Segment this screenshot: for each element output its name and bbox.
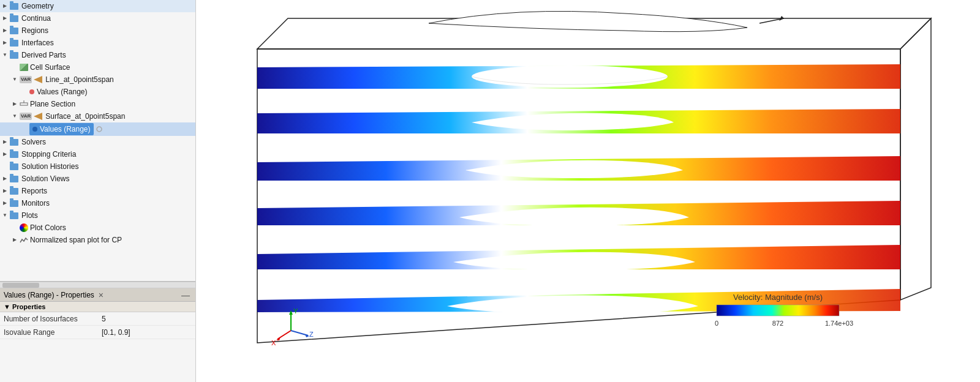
svg-text:Z: Z [309, 331, 314, 338]
tree-item-solution-histories[interactable]: ▶ Solution Histories [0, 160, 195, 173]
cell-surface-icon [20, 64, 28, 71]
properties-value-0: 5 [102, 315, 106, 323]
plane-section-icon [20, 100, 28, 108]
tree-item-normalized-span[interactable]: ▶ Normalized span plot for CP [0, 234, 195, 246]
expand-normalized-span[interactable]: ▶ [11, 236, 18, 244]
tree-item-monitors[interactable]: ▶ Monitors [0, 197, 195, 209]
tree-item-plots[interactable]: ▼ Plots [0, 209, 195, 222]
expand-derived-parts[interactable]: ▼ [1, 51, 9, 59]
plot-colors-icon [20, 223, 28, 232]
expand-geometry[interactable]: ▶ [1, 2, 9, 10]
tree-item-interfaces[interactable]: ▶ Interfaces [0, 37, 195, 49]
properties-label-1: Isovalue Range [4, 328, 102, 337]
label-surface-span: Surface_at_0point5span [45, 111, 125, 122]
properties-panel: Values (Range) - Properties × — ▼ Proper… [0, 288, 195, 381]
slice-1 [257, 64, 900, 89]
expand-stopping-criteria[interactable]: ▶ [1, 151, 9, 158]
label-plot-colors: Plot Colors [30, 222, 66, 233]
label-stopping-criteria: Stopping Criteria [21, 149, 76, 160]
viz-canvas: Y X Z Velocity: Magnitude (m/s) [196, 0, 980, 382]
expand-monitors[interactable]: ▶ [1, 200, 9, 207]
label-geometry: Geometry [21, 1, 54, 12]
expand-surface-span[interactable]: ▼ [11, 113, 18, 120]
properties-section-header: ▼ Properties [0, 302, 195, 312]
label-solution-views: Solution Views [21, 173, 70, 184]
var-badge-line: VAR [20, 76, 32, 83]
tree-item-continua[interactable]: ▶ Continua [0, 12, 195, 24]
properties-header: Values (Range) - Properties × — [0, 288, 195, 302]
expand-regions[interactable]: ▶ [1, 27, 9, 34]
svg-text:872: 872 [772, 320, 783, 327]
tree-item-solvers[interactable]: ▶ Solvers [0, 136, 195, 148]
svg-text:1.74e+03: 1.74e+03 [825, 320, 853, 327]
svg-text:0: 0 [715, 320, 718, 327]
horizontal-scrollbar[interactable] [0, 282, 195, 288]
tree-item-stopping-criteria[interactable]: ▶ Stopping Criteria [0, 148, 195, 160]
label-solution-histories: Solution Histories [21, 161, 78, 172]
tree-item-regions[interactable]: ▶ Regions [0, 24, 195, 37]
right-panel: Y X Z Velocity: Magnitude (m/s) [196, 0, 980, 382]
dot-icon-values-2 [32, 127, 37, 132]
slice-2 [257, 109, 900, 133]
folder-icon-stopping-criteria [10, 150, 20, 159]
dot-icon-values-1 [29, 89, 34, 94]
label-regions: Regions [21, 25, 48, 36]
expand-solvers[interactable]: ▶ [1, 138, 9, 146]
properties-section-label: ▼ Properties [4, 303, 45, 310]
label-plane-section: Plane Section [30, 99, 75, 110]
scroll-thumb-h[interactable] [2, 283, 39, 288]
svg-rect-5 [196, 0, 980, 382]
label-solvers: Solvers [21, 137, 46, 148]
svg-point-4 [97, 127, 102, 132]
tree-item-plot-colors[interactable]: ▶ Plot Colors [0, 222, 195, 234]
label-monitors: Monitors [21, 198, 50, 209]
expand-reports[interactable]: ▶ [1, 187, 9, 195]
properties-row-0: Number of Isosurfaces 5 [0, 312, 195, 326]
folder-icon-regions [10, 26, 20, 35]
label-line-span: Line_at_0point5span [45, 74, 113, 85]
svg-text:Velocity: Magnitude (m/s): Velocity: Magnitude (m/s) [733, 293, 823, 302]
tree-section[interactable]: ▶ Geometry ▶ Continua ▶ Regions ▶ Interf… [0, 0, 195, 282]
tree-item-values-range-1[interactable]: ▶ Values (Range) [0, 86, 195, 98]
label-interfaces: Interfaces [21, 37, 54, 48]
properties-close-button[interactable]: × [97, 290, 105, 300]
plot-svg: Y X Z Velocity: Magnitude (m/s) [196, 0, 980, 382]
properties-header-left: Values (Range) - Properties × [4, 290, 105, 300]
svg-text:X: X [271, 339, 276, 346]
properties-title: Values (Range) - Properties [4, 291, 94, 299]
tree-item-cell-surface[interactable]: ▶ Cell Surface [0, 61, 195, 73]
tree-item-surface-span[interactable]: ▼ VAR Surface_at_0point5span [0, 110, 195, 122]
tree-item-derived-parts[interactable]: ▼ Derived Parts [0, 49, 195, 61]
tree-item-solution-views[interactable]: ▶ Solution Views [0, 173, 195, 185]
tree-item-reports[interactable]: ▶ Reports [0, 185, 195, 197]
label-plots: Plots [21, 210, 38, 221]
svg-marker-3 [34, 113, 42, 120]
tree-item-geometry[interactable]: ▶ Geometry [0, 0, 195, 12]
folder-icon-plots [10, 211, 20, 220]
folder-icon-continua [10, 14, 20, 23]
folder-icon-line-span [34, 75, 43, 84]
expand-interfaces[interactable]: ▶ [1, 39, 9, 47]
svg-marker-0 [34, 76, 42, 83]
expand-plane-section[interactable]: ▶ [11, 100, 18, 108]
folder-icon-surface-span [34, 112, 43, 121]
folder-icon-solution-views [10, 174, 20, 183]
expand-solution-views[interactable]: ▶ [1, 175, 9, 182]
tree-item-plane-section[interactable]: ▶ Plane Section [0, 98, 195, 110]
label-reports: Reports [21, 185, 47, 197]
label-normalized-span: Normalized span plot for CP [30, 234, 122, 245]
folder-icon-solvers [10, 138, 20, 146]
svg-text:Y: Y [293, 307, 298, 315]
tree-item-line-span[interactable]: ▼ VAR Line_at_0point5span [0, 73, 195, 86]
svg-rect-29 [717, 305, 839, 316]
expand-continua[interactable]: ▶ [1, 15, 9, 22]
label-values-range-2: Values (Range) [40, 124, 91, 135]
properties-minimize-button[interactable]: — [179, 290, 192, 300]
left-panel: ▶ Geometry ▶ Continua ▶ Regions ▶ Interf… [0, 0, 196, 382]
label-derived-parts: Derived Parts [21, 50, 66, 61]
svg-rect-1 [20, 103, 28, 105]
expand-plots[interactable]: ▼ [1, 212, 9, 219]
tree-item-values-range-2[interactable]: ▶ Values (Range) [0, 122, 195, 136]
small-icon-values-2 [95, 125, 104, 133]
expand-line-span[interactable]: ▼ [11, 76, 18, 83]
